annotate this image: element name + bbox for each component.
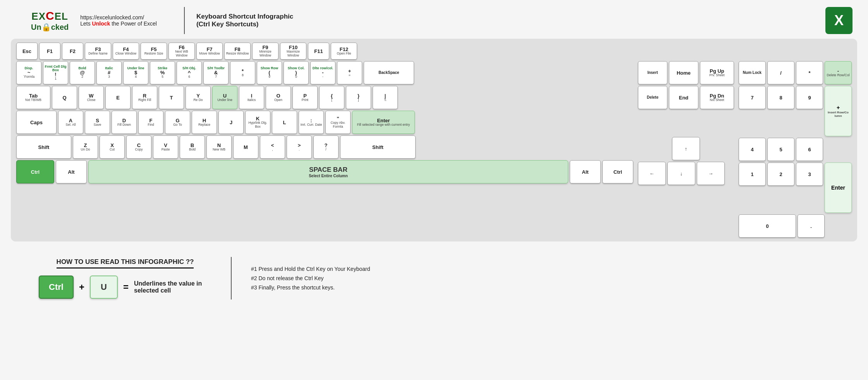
key-altl[interactable]: Alt bbox=[56, 160, 87, 183]
key-5[interactable]: Strike%5 bbox=[150, 61, 175, 84]
key-caps[interactable]: Caps bbox=[16, 111, 57, 134]
key-numdot[interactable]: . bbox=[798, 214, 825, 238]
key-f11[interactable]: F11 bbox=[308, 43, 329, 60]
key-c[interactable]: CCopy bbox=[126, 135, 151, 159]
key-f8[interactable]: F8Resize Window bbox=[224, 43, 251, 60]
key-enter[interactable]: EnterFill selected range with current en… bbox=[352, 111, 415, 134]
key-j[interactable]: J bbox=[218, 111, 244, 134]
key-f1[interactable]: F1 bbox=[39, 43, 60, 60]
key-end[interactable]: End bbox=[669, 86, 698, 109]
key-down[interactable]: ↓ bbox=[667, 162, 695, 185]
key-numplus[interactable]: + Insert Row/Co lumn bbox=[825, 86, 852, 136]
key-f4[interactable]: F4Close Window bbox=[113, 43, 139, 60]
key-right[interactable]: → bbox=[697, 162, 725, 185]
key-x[interactable]: XCut bbox=[100, 135, 125, 159]
key-ctrll[interactable]: Ctrl bbox=[16, 160, 54, 183]
key-ctrlr[interactable]: Ctrl bbox=[602, 160, 633, 183]
key-lb[interactable]: {[ bbox=[319, 86, 344, 109]
key-i[interactable]: IItalics bbox=[239, 86, 264, 109]
key-2[interactable]: Bold@2 bbox=[70, 61, 95, 84]
key-o[interactable]: OOpen bbox=[266, 86, 291, 109]
key-up[interactable]: ↑ bbox=[672, 137, 700, 160]
key-f7[interactable]: F7Move Window bbox=[196, 43, 223, 60]
key-left[interactable]: ← bbox=[638, 162, 666, 185]
key-shiftr[interactable]: Shift bbox=[340, 135, 416, 159]
key-t[interactable]: T bbox=[159, 86, 184, 109]
key-3[interactable]: Italic#3 bbox=[96, 61, 122, 84]
key-bs[interactable]: |\\ bbox=[373, 86, 398, 109]
demo-u-key[interactable]: U bbox=[90, 276, 118, 299]
key-minus[interactable]: Dlte row/col.-- bbox=[310, 61, 335, 84]
key-period[interactable]: >. bbox=[287, 135, 312, 159]
key-h[interactable]: HReplace bbox=[192, 111, 217, 134]
key-num8[interactable]: 8 bbox=[767, 86, 794, 109]
key-equals[interactable]: += bbox=[337, 61, 362, 84]
key-delete[interactable]: Delete bbox=[638, 86, 667, 109]
key-esc[interactable]: Esc bbox=[16, 43, 38, 60]
key-r[interactable]: RRight Fill bbox=[132, 86, 157, 109]
key-semi[interactable]: :Inrt. Curr. Date bbox=[299, 111, 324, 134]
key-insert[interactable]: Insert bbox=[638, 61, 667, 84]
key-numenter[interactable]: Enter bbox=[825, 163, 852, 213]
key-num5[interactable]: 5 bbox=[767, 138, 794, 161]
key-z[interactable]: ZUn Do bbox=[73, 135, 98, 159]
demo-ctrl-key[interactable]: Ctrl bbox=[39, 276, 74, 299]
key-6[interactable]: S/H Obj.^6 bbox=[177, 61, 202, 84]
key-numstar[interactable]: * bbox=[796, 61, 823, 84]
key-num6[interactable]: 6 bbox=[796, 138, 823, 161]
key-quote[interactable]: "Copy Abv. Formla bbox=[325, 111, 351, 134]
key-f12[interactable]: F12Open File bbox=[331, 43, 357, 60]
key-g[interactable]: GGo To bbox=[165, 111, 190, 134]
key-num7[interactable]: 7 bbox=[739, 86, 766, 109]
key-pgup[interactable]: Pg UpPrv. Sheet bbox=[700, 61, 734, 84]
key-k[interactable]: KHyprlink Dlg. Box bbox=[245, 111, 270, 134]
key-numslash[interactable]: / bbox=[767, 61, 794, 84]
key-tab[interactable]: TabNxt TB/WB bbox=[16, 86, 50, 109]
key-num9[interactable]: 9 bbox=[796, 86, 823, 109]
key-f2[interactable]: F2 bbox=[62, 43, 83, 60]
key-7[interactable]: S/H Toolbr&7 bbox=[203, 61, 229, 84]
key-b[interactable]: BBold bbox=[180, 135, 205, 159]
key-f6[interactable]: F6Next WB Window bbox=[168, 43, 195, 60]
key-f[interactable]: FFind bbox=[138, 111, 163, 134]
key-altr[interactable]: Alt bbox=[570, 160, 601, 183]
key-w[interactable]: WClose bbox=[79, 86, 104, 109]
key-f3[interactable]: F3Define Name bbox=[85, 43, 111, 60]
key-m[interactable]: M bbox=[233, 135, 258, 159]
key-num1[interactable]: 1 bbox=[739, 163, 766, 186]
key-1[interactable]: Frmt Cell Dlg Box!1 bbox=[43, 61, 68, 84]
key-spacebar[interactable]: SPACE BAR Select Entire Column bbox=[88, 160, 568, 183]
key-9[interactable]: Show Row(9 bbox=[257, 61, 282, 84]
key-num0[interactable]: 0 bbox=[739, 214, 796, 238]
key-numlock[interactable]: Num Lock bbox=[739, 61, 766, 84]
key-l[interactable]: L bbox=[272, 111, 297, 134]
key-n[interactable]: NNew WB bbox=[206, 135, 232, 159]
key-e[interactable]: E bbox=[105, 86, 131, 109]
key-y[interactable]: YRe Do bbox=[186, 86, 211, 109]
key-s[interactable]: SSave bbox=[85, 111, 110, 134]
key-num2[interactable]: 2 bbox=[767, 163, 794, 186]
key-a[interactable]: ASel. All bbox=[58, 111, 83, 134]
key-4[interactable]: Under line$4 bbox=[123, 61, 148, 84]
key-8[interactable]: *8 bbox=[230, 61, 255, 84]
key-q[interactable]: Q bbox=[52, 86, 77, 109]
key-slash[interactable]: ?/ bbox=[313, 135, 339, 159]
key-home[interactable]: Home bbox=[669, 61, 698, 84]
key-p[interactable]: PPrint bbox=[292, 86, 318, 109]
key-shiftl[interactable]: Shift bbox=[16, 135, 71, 159]
key-f9[interactable]: F9Minmize Window bbox=[252, 43, 278, 60]
key-d[interactable]: DFill Down bbox=[112, 111, 137, 134]
key-num4[interactable]: 4 bbox=[739, 138, 766, 161]
key-f10[interactable]: F10Maxmize Window bbox=[280, 43, 306, 60]
key-numminus[interactable]: -Delete Row/Col bbox=[825, 61, 852, 84]
key-rb[interactable]: }] bbox=[346, 86, 371, 109]
key-u[interactable]: UUnder line bbox=[212, 86, 237, 109]
key-backspace[interactable]: BackSpace bbox=[364, 61, 414, 84]
key-num3[interactable]: 3 bbox=[796, 163, 823, 186]
key-0[interactable]: Show Col.)0 bbox=[284, 61, 309, 84]
key-f5[interactable]: F5Restore Size bbox=[141, 43, 167, 60]
key-pgdn[interactable]: Pg DnNxt Sheet bbox=[700, 86, 734, 109]
key-backtick[interactable]: Disp.~`Formla bbox=[16, 61, 41, 84]
key-comma[interactable]: <, bbox=[260, 135, 285, 159]
key-v[interactable]: VPaste bbox=[153, 135, 178, 159]
